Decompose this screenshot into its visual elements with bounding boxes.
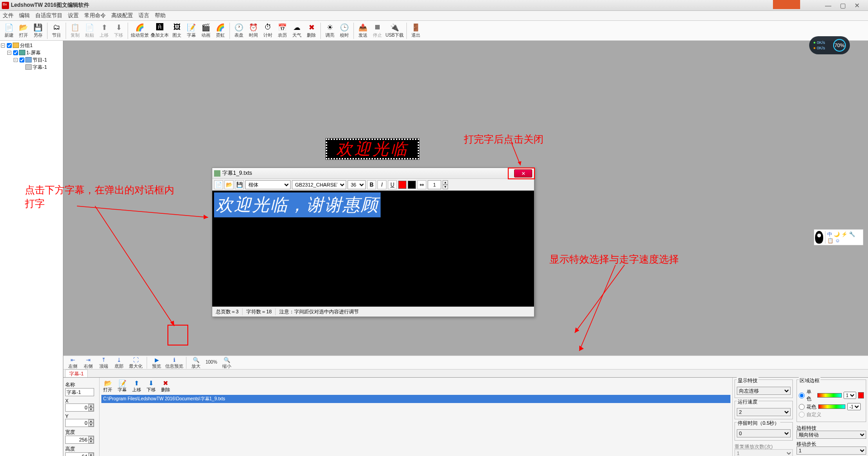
tb-stop[interactable]: ⏹停止 bbox=[370, 22, 385, 39]
mb-bottom[interactable]: ⤓底部 bbox=[111, 356, 127, 370]
tb-time[interactable]: ⏰时间 bbox=[246, 22, 261, 39]
editor-save-button[interactable]: 💾 bbox=[235, 180, 244, 189]
menu-language[interactable]: 语言 bbox=[138, 12, 149, 19]
mb-top[interactable]: ⤒顶端 bbox=[96, 356, 111, 370]
editor-size-select[interactable]: 36 bbox=[348, 180, 366, 189]
bm-open[interactable]: 📂打开 bbox=[101, 379, 114, 393]
bm-subtitle[interactable]: 📝字幕 bbox=[116, 379, 129, 393]
spacing-up[interactable]: ▲ bbox=[443, 180, 448, 185]
editor-open-button[interactable]: 📂 bbox=[224, 180, 234, 189]
tb-new[interactable]: 📄新建 bbox=[2, 22, 16, 39]
stop-icon: ⏹ bbox=[373, 23, 382, 32]
preview-toolbar: ⇤左侧 ⇥右侧 ⤒顶端 ⤓底部 ⛶最大化 ▶预览 ℹ信息预览 🔍放大 100% … bbox=[63, 355, 868, 369]
tb-calibrate[interactable]: 🕒校时 bbox=[337, 22, 352, 39]
weather-icon: ☁ bbox=[292, 23, 301, 32]
bm-down[interactable]: ⬇下移 bbox=[145, 379, 157, 393]
tb-paste[interactable]: 📄粘贴 bbox=[82, 22, 97, 39]
border-effect-select[interactable]: 顺向转动 bbox=[796, 431, 866, 439]
single-color-line[interactable] bbox=[817, 393, 842, 398]
editor-title: 字幕1_9.txts bbox=[222, 169, 514, 177]
editor-charset-select[interactable]: GB2312_CHARSET bbox=[292, 180, 346, 189]
tb-timer[interactable]: ⏱计时 bbox=[261, 22, 275, 39]
bm-delete[interactable]: ✖删除 bbox=[159, 379, 172, 393]
radio-single[interactable] bbox=[799, 393, 805, 398]
tb-dial[interactable]: 🕐表盘 bbox=[232, 22, 246, 39]
stay-select[interactable]: 0 bbox=[737, 429, 791, 437]
editor-underline-button[interactable]: U bbox=[388, 180, 397, 189]
tb-program[interactable]: 🗂节目 bbox=[49, 22, 64, 39]
mb-left[interactable]: ⇤左侧 bbox=[65, 356, 81, 370]
spacing-down[interactable]: ▼ bbox=[443, 185, 448, 189]
menu-advanced[interactable]: 高级配置 bbox=[111, 12, 133, 19]
tb-save[interactable]: 💾另存 bbox=[31, 22, 45, 39]
menu-adaptive[interactable]: 自适应节目 bbox=[35, 12, 62, 19]
tb-neon[interactable]: 🌈霓虹 bbox=[213, 22, 228, 39]
name-input[interactable] bbox=[65, 388, 94, 396]
single-sel[interactable]: 1 bbox=[844, 392, 856, 399]
qq-overlay[interactable]: 中 🌙 ⚡ 🔧 📋 ☺ bbox=[814, 229, 863, 245]
file-list-item[interactable]: C:\Program Files\LedshowTW 2016\Document… bbox=[101, 395, 730, 403]
border-label: 区域边框 bbox=[799, 377, 820, 384]
tree-screen[interactable]: −1-屏幕 bbox=[1, 49, 62, 56]
tb-lunar[interactable]: 📅农历 bbox=[275, 22, 290, 39]
editor-font-select[interactable]: 楷体 bbox=[245, 180, 291, 189]
menu-help[interactable]: 帮助 bbox=[155, 12, 166, 19]
color-color-line[interactable] bbox=[818, 404, 845, 409]
effect-select[interactable]: 向左连移 bbox=[737, 387, 791, 395]
menu-edit[interactable]: 编辑 bbox=[19, 12, 30, 19]
close-window-button[interactable]: ✕ bbox=[852, 2, 863, 9]
minimize-button[interactable]: — bbox=[823, 2, 834, 9]
up-icon: ⬆ bbox=[100, 23, 109, 32]
speed-select[interactable]: 2 bbox=[737, 408, 791, 416]
maximize-button[interactable]: ▢ bbox=[837, 2, 848, 9]
tree-group-check[interactable] bbox=[7, 43, 12, 48]
tb-exit[interactable]: 🚪退出 bbox=[409, 22, 423, 39]
led-preview[interactable]: 欢迎光临 bbox=[326, 139, 419, 159]
mb-right[interactable]: ⇥右侧 bbox=[81, 356, 96, 370]
editor-bold-button[interactable]: B bbox=[367, 180, 376, 189]
editor-spacing-input[interactable] bbox=[428, 180, 441, 189]
tab-subtitle[interactable]: 字幕-1 bbox=[65, 370, 88, 378]
radio-color[interactable] bbox=[799, 404, 805, 410]
mb-info-preview[interactable]: ℹ信息预览 bbox=[164, 356, 184, 370]
editor-italic-button[interactable]: I bbox=[377, 180, 386, 189]
bm-up[interactable]: ⬆上移 bbox=[130, 379, 143, 393]
tb-overlay-text[interactable]: 🅰叠加文本 bbox=[150, 22, 170, 39]
tb-delete[interactable]: ✖删除 bbox=[304, 22, 319, 39]
color-sel[interactable]: -1 bbox=[847, 403, 861, 410]
tree-screen-check[interactable] bbox=[13, 50, 18, 55]
repeat-select: 1 bbox=[734, 449, 793, 456]
tb-down[interactable]: ⬇下移 bbox=[111, 22, 126, 39]
effect-label: 显示特技 bbox=[737, 377, 758, 384]
tree-group[interactable]: −分组1 bbox=[1, 42, 62, 49]
tb-open[interactable]: 📂打开 bbox=[16, 22, 31, 39]
mb-preview[interactable]: ▶预览 bbox=[149, 356, 164, 370]
menu-settings[interactable]: 设置 bbox=[68, 12, 79, 19]
mb-zoom-out[interactable]: 🔍缩小 bbox=[219, 356, 234, 370]
menu-common[interactable]: 常用命令 bbox=[84, 12, 106, 19]
tb-copy[interactable]: 📋复制 bbox=[68, 22, 82, 39]
editor-spacing-icon[interactable]: ⇔ bbox=[417, 180, 426, 189]
menu-file[interactable]: 文件 bbox=[3, 12, 14, 19]
mb-maximize[interactable]: ⛶最大化 bbox=[127, 356, 145, 370]
tb-subtitle[interactable]: 📝字幕 bbox=[184, 22, 199, 39]
editor-text-area[interactable]: 欢迎光临，谢谢惠顾 bbox=[212, 191, 534, 307]
tb-up[interactable]: ⬆上移 bbox=[97, 22, 111, 39]
single-swatch[interactable] bbox=[858, 392, 864, 398]
tree-program[interactable]: −节目-1 bbox=[1, 56, 62, 63]
editor-new-button[interactable]: 📄 bbox=[214, 180, 223, 189]
editor-bg-color[interactable] bbox=[408, 181, 416, 189]
mb-zoom-in[interactable]: 🔍放大 bbox=[188, 356, 204, 370]
tb-usb[interactable]: 🔌USB下载 bbox=[385, 22, 405, 39]
tb-weather[interactable]: ☁天气 bbox=[290, 22, 304, 39]
tb-send[interactable]: 📤发送 bbox=[356, 22, 370, 39]
editor-close-button[interactable]: ✕ bbox=[514, 169, 532, 178]
tree-program-check[interactable] bbox=[19, 58, 24, 62]
tb-animation[interactable]: 🎬动画 bbox=[199, 22, 213, 39]
tree-subtitle[interactable]: 字幕-1 bbox=[1, 63, 62, 71]
tb-brightness[interactable]: ☀调亮 bbox=[323, 22, 337, 39]
tb-image-text[interactable]: 🖼图文 bbox=[170, 22, 184, 39]
editor-fg-color[interactable] bbox=[398, 181, 406, 189]
step-select[interactable]: 1 bbox=[796, 446, 866, 455]
tb-dynamic-bg[interactable]: 🌈炫动背景 bbox=[130, 22, 150, 39]
